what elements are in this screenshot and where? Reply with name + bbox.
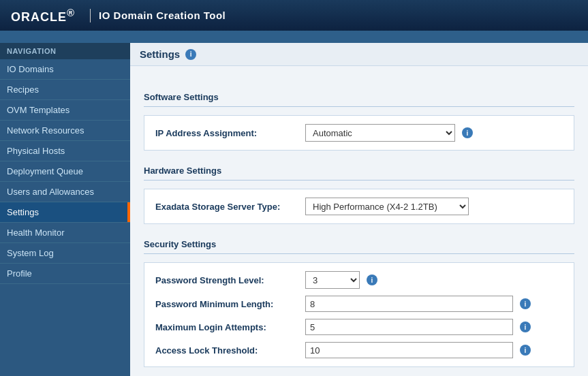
access-lock-threshold-control: i bbox=[305, 342, 563, 358]
access-lock-threshold-input[interactable] bbox=[305, 342, 513, 358]
sidebar-item-recipes[interactable]: Recipes bbox=[0, 80, 130, 100]
access-lock-threshold-row: Access Lock Threshold: i bbox=[155, 342, 563, 358]
max-login-attempts-info-icon[interactable]: i bbox=[520, 322, 531, 332]
ip-assignment-info-icon[interactable]: i bbox=[462, 127, 473, 138]
sidebar-item-ovm-templates[interactable]: OVM Templates bbox=[0, 100, 130, 121]
max-login-attempts-control: i bbox=[305, 319, 563, 335]
password-strength-row: Password Strength Level: 1 2 3 4 5 i bbox=[155, 271, 563, 289]
sidebar: NAVIGATION IO Domains Recipes OVM Templa… bbox=[0, 43, 130, 376]
sidebar-item-io-domains[interactable]: IO Domains bbox=[0, 59, 130, 80]
app-header: ORACLE® IO Domain Creation Tool bbox=[0, 0, 588, 31]
sidebar-item-settings[interactable]: Settings bbox=[0, 202, 130, 223]
password-min-length-input[interactable] bbox=[305, 296, 513, 312]
ip-assignment-select[interactable]: Automatic Manual DHCP bbox=[305, 124, 455, 142]
ip-assignment-label: IP Address Assignment: bbox=[155, 128, 305, 138]
storage-server-select[interactable]: High Performance (X4-2 1.2TB) High Capac… bbox=[305, 198, 469, 215]
sidebar-item-system-log[interactable]: System Log bbox=[0, 243, 130, 264]
storage-server-label: Exadata Storage Server Type: bbox=[155, 202, 305, 212]
access-lock-threshold-label: Access Lock Threshold: bbox=[155, 345, 305, 356]
sidebar-item-deployment-queue[interactable]: Deployment Queue bbox=[0, 161, 130, 182]
password-strength-label: Password Strength Level: bbox=[155, 275, 305, 285]
header-divider bbox=[90, 9, 91, 22]
software-settings-section: IP Address Assignment: Automatic Manual … bbox=[144, 115, 574, 151]
access-lock-threshold-info-icon[interactable]: i bbox=[520, 345, 531, 356]
sidebar-item-users-and-allowances[interactable]: Users and Allowances bbox=[0, 182, 130, 202]
sidebar-item-health-monitor[interactable]: Health Monitor bbox=[0, 223, 130, 243]
ip-assignment-control: Automatic Manual DHCP i bbox=[305, 124, 563, 142]
sidebar-item-physical-hosts[interactable]: Physical Hosts bbox=[0, 141, 130, 161]
password-min-length-control: i bbox=[305, 296, 563, 312]
password-strength-control: 1 2 3 4 5 i bbox=[305, 271, 563, 289]
page-title: Settings bbox=[140, 48, 180, 60]
max-login-attempts-label: Maximum Login Attempts: bbox=[155, 322, 305, 332]
app-title: IO Domain Creation Tool bbox=[99, 10, 226, 21]
max-login-attempts-row: Maximum Login Attempts: i bbox=[155, 319, 563, 335]
hardware-settings-section: Exadata Storage Server Type: High Perfor… bbox=[144, 189, 574, 224]
software-settings-header: Software Settings bbox=[144, 87, 574, 107]
password-min-length-info-icon[interactable]: i bbox=[520, 298, 531, 309]
content-area: Settings i Software Settings IP Address … bbox=[130, 43, 588, 376]
sub-header-bar bbox=[0, 31, 588, 43]
ip-assignment-row: IP Address Assignment: Automatic Manual … bbox=[155, 124, 563, 142]
page-title-info-icon[interactable]: i bbox=[185, 49, 196, 60]
hardware-settings-header: Hardware Settings bbox=[144, 160, 574, 181]
password-min-length-label: Password Minimum Length: bbox=[155, 299, 305, 309]
oracle-logo: ORACLE® bbox=[11, 7, 75, 25]
nav-header: NAVIGATION bbox=[0, 43, 130, 59]
storage-server-control: High Performance (X4-2 1.2TB) High Capac… bbox=[305, 198, 563, 215]
password-strength-select[interactable]: 1 2 3 4 5 bbox=[305, 271, 360, 289]
sidebar-item-network-resources[interactable]: Network Resources bbox=[0, 121, 130, 141]
content-pad: Software Settings IP Address Assignment:… bbox=[130, 77, 588, 376]
sidebar-item-profile[interactable]: Profile bbox=[0, 264, 130, 284]
max-login-attempts-input[interactable] bbox=[305, 319, 513, 335]
security-settings-section: Password Strength Level: 1 2 3 4 5 i bbox=[144, 262, 574, 367]
page-title-row: Settings i bbox=[130, 43, 588, 66]
security-settings-header: Security Settings bbox=[144, 234, 574, 254]
main-layout: NAVIGATION IO Domains Recipes OVM Templa… bbox=[0, 43, 588, 376]
password-strength-info-icon[interactable]: i bbox=[367, 275, 377, 285]
password-min-length-row: Password Minimum Length: i bbox=[155, 296, 563, 312]
storage-server-row: Exadata Storage Server Type: High Perfor… bbox=[155, 198, 563, 215]
oracle-registered: ® bbox=[67, 7, 75, 18]
